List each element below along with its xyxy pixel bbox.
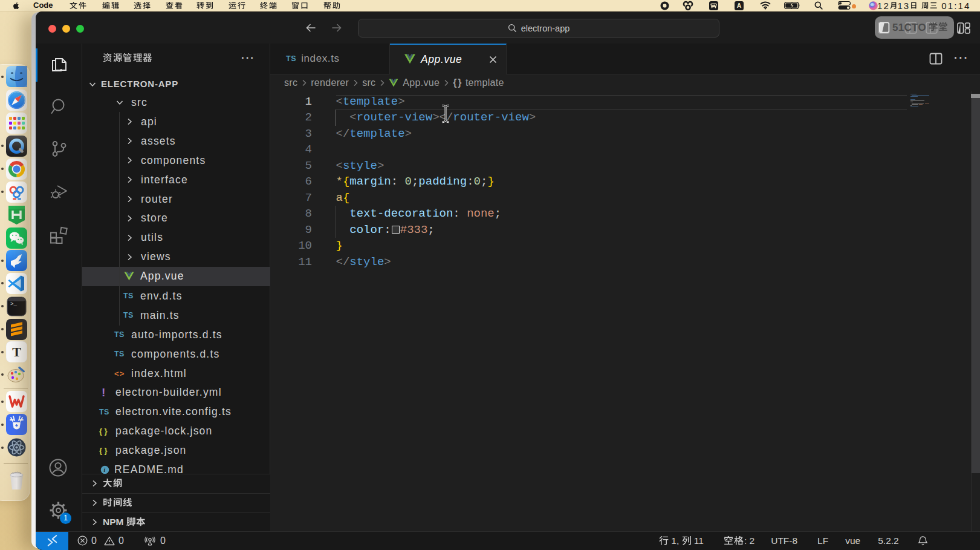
- svg-text:>_: >_: [10, 301, 17, 307]
- svg-text:T: T: [12, 344, 21, 359]
- svg-text:i: i: [104, 467, 106, 473]
- svg-text:A: A: [737, 2, 742, 9]
